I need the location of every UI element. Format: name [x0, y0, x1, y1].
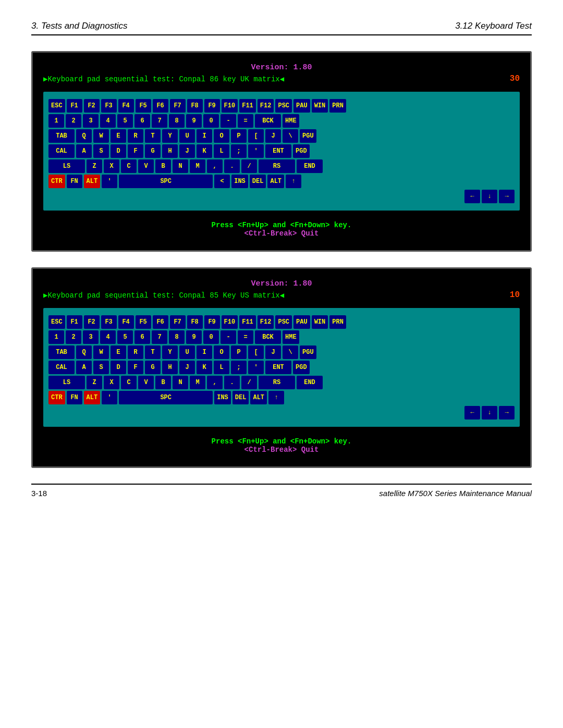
- s2-key-f4[interactable]: F4: [118, 315, 134, 329]
- s2-key-r[interactable]: R: [128, 346, 143, 359]
- s2-key-e[interactable]: E: [111, 346, 126, 359]
- s2-key-f10[interactable]: F10: [222, 315, 238, 329]
- key-ent[interactable]: ENT: [265, 144, 291, 158]
- s2-key-slash[interactable]: /: [241, 376, 257, 389]
- s2-key-quote[interactable]: ': [248, 361, 264, 374]
- s2-key-f1[interactable]: F1: [67, 315, 82, 329]
- key-i[interactable]: I: [197, 129, 212, 143]
- key-v[interactable]: V: [138, 159, 154, 173]
- key-del[interactable]: DEL: [250, 175, 266, 188]
- key-ctr[interactable]: CTR: [48, 175, 65, 188]
- key-f4[interactable]: F4: [118, 99, 134, 113]
- s2-key-s[interactable]: S: [93, 361, 109, 374]
- s2-key-j2[interactable]: J: [265, 346, 281, 359]
- key-f12[interactable]: F12: [258, 99, 274, 113]
- key-period[interactable]: .: [224, 159, 240, 173]
- s2-key-0[interactable]: 0: [203, 330, 219, 344]
- key-f2[interactable]: F2: [84, 99, 100, 113]
- s2-key-n[interactable]: N: [173, 376, 188, 389]
- key-down[interactable]: ↓: [482, 190, 497, 203]
- key-r[interactable]: R: [128, 129, 143, 143]
- s2-key-3[interactable]: 3: [83, 330, 99, 344]
- key-rs[interactable]: RS: [259, 159, 295, 173]
- key-f5[interactable]: F5: [136, 99, 151, 113]
- key-f7[interactable]: F7: [170, 99, 186, 113]
- s2-key-x[interactable]: X: [104, 376, 119, 389]
- key-cal[interactable]: CAL: [48, 144, 75, 158]
- s2-key-left[interactable]: ←: [464, 406, 480, 419]
- s2-key-psc[interactable]: PSC: [275, 315, 292, 329]
- key-j2[interactable]: J: [265, 129, 281, 143]
- key-3[interactable]: 3: [83, 114, 99, 128]
- key-l[interactable]: L: [214, 144, 229, 158]
- s2-key-c[interactable]: C: [121, 376, 137, 389]
- s2-key-7[interactable]: 7: [152, 330, 167, 344]
- s2-key-1[interactable]: 1: [48, 330, 64, 344]
- s2-key-o[interactable]: O: [214, 346, 229, 359]
- s2-key-fn[interactable]: FN: [67, 391, 82, 404]
- key-2[interactable]: 2: [66, 114, 81, 128]
- key-j[interactable]: J: [179, 144, 195, 158]
- s2-key-g[interactable]: G: [145, 361, 161, 374]
- s2-key-q[interactable]: Q: [76, 346, 92, 359]
- key-bck[interactable]: BCK: [255, 114, 281, 128]
- key-ls[interactable]: LS: [48, 159, 85, 173]
- s2-key-a[interactable]: A: [76, 361, 92, 374]
- s2-key-minus[interactable]: -: [221, 330, 236, 344]
- s2-key-pau[interactable]: PAU: [293, 315, 310, 329]
- key-x[interactable]: X: [104, 159, 119, 173]
- s2-key-ls[interactable]: LS: [48, 376, 85, 389]
- s2-key-semicolon[interactable]: ;: [231, 361, 247, 374]
- s2-key-up[interactable]: ↑: [268, 391, 284, 404]
- s2-key-w[interactable]: W: [93, 346, 109, 359]
- key-s[interactable]: S: [93, 144, 109, 158]
- key-semicolon[interactable]: ;: [231, 144, 247, 158]
- s2-key-backslash[interactable]: \: [283, 346, 298, 359]
- s2-key-cal[interactable]: CAL: [48, 361, 75, 374]
- s2-key-rs[interactable]: RS: [259, 376, 295, 389]
- key-pgu[interactable]: PGU: [300, 129, 316, 143]
- s2-key-tab[interactable]: TAB: [48, 346, 75, 359]
- key-esc[interactable]: ESC: [48, 99, 65, 113]
- key-left[interactable]: ←: [464, 190, 480, 203]
- key-e[interactable]: E: [111, 129, 126, 143]
- s2-key-h[interactable]: H: [162, 361, 178, 374]
- s2-key-f2[interactable]: F2: [84, 315, 100, 329]
- s2-key-f8[interactable]: F8: [187, 315, 203, 329]
- key-4[interactable]: 4: [100, 114, 116, 128]
- key-k[interactable]: K: [197, 144, 212, 158]
- key-backtick[interactable]: ': [102, 175, 117, 188]
- s2-key-l[interactable]: L: [214, 361, 229, 374]
- key-f3[interactable]: F3: [101, 99, 117, 113]
- key-f10[interactable]: F10: [222, 99, 238, 113]
- s2-key-t[interactable]: T: [145, 346, 161, 359]
- s2-key-ent[interactable]: ENT: [265, 361, 291, 374]
- s2-key-9[interactable]: 9: [186, 330, 202, 344]
- s2-key-2[interactable]: 2: [66, 330, 81, 344]
- key-minus[interactable]: -: [221, 114, 236, 128]
- key-q[interactable]: Q: [76, 129, 92, 143]
- s2-key-pgu[interactable]: PGU: [300, 346, 316, 359]
- key-alt-l[interactable]: ALT: [84, 175, 101, 188]
- key-f1[interactable]: F1: [67, 99, 82, 113]
- s2-key-f5[interactable]: F5: [136, 315, 151, 329]
- s2-key-alt-l[interactable]: ALT: [84, 391, 101, 404]
- key-g[interactable]: G: [145, 144, 161, 158]
- key-9[interactable]: 9: [186, 114, 202, 128]
- key-b[interactable]: B: [155, 159, 171, 173]
- s2-key-win[interactable]: WIN: [312, 315, 328, 329]
- s2-key-equals[interactable]: =: [238, 330, 253, 344]
- s2-key-y[interactable]: Y: [162, 346, 178, 359]
- key-h[interactable]: H: [162, 144, 178, 158]
- s2-key-bck[interactable]: BCK: [255, 330, 281, 344]
- s2-key-esc[interactable]: ESC: [48, 315, 65, 329]
- key-spc[interactable]: SPC: [119, 175, 213, 188]
- key-p[interactable]: P: [231, 129, 247, 143]
- s2-key-m[interactable]: M: [190, 376, 205, 389]
- key-alt-r[interactable]: ALT: [267, 175, 284, 188]
- s2-key-4[interactable]: 4: [100, 330, 116, 344]
- s2-key-p[interactable]: P: [231, 346, 247, 359]
- key-end[interactable]: END: [297, 159, 323, 173]
- key-slash[interactable]: /: [241, 159, 257, 173]
- key-comma[interactable]: ,: [207, 159, 223, 173]
